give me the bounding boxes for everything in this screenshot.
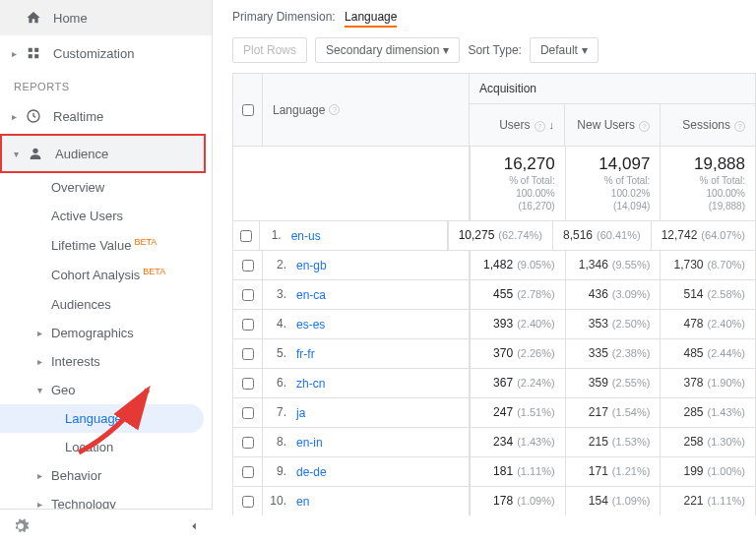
sub-location[interactable]: Location — [0, 433, 212, 461]
primary-dimension-value[interactable]: Language — [345, 10, 397, 28]
column-users[interactable]: Users?↓ — [470, 104, 564, 146]
cell-sessions: 285(1.43%) — [660, 398, 755, 427]
cell-new-users: 359(2.55%) — [565, 369, 661, 397]
row-checkbox[interactable] — [242, 348, 254, 360]
language-link[interactable]: en-gb — [296, 259, 327, 272]
cell-users: 10,275(62.74%) — [448, 221, 552, 250]
caret-right-icon: ▸ — [37, 499, 51, 510]
row-checkbox[interactable] — [242, 407, 254, 419]
help-icon[interactable]: ? — [639, 121, 650, 132]
row-checkbox[interactable] — [242, 260, 254, 272]
cell-users: 393(2.40%) — [470, 310, 565, 338]
cell-new-users: 8,516(60.41%) — [552, 221, 651, 250]
language-link[interactable]: en-ca — [296, 288, 326, 302]
reports-header: REPORTS — [0, 71, 212, 98]
beta-badge: BETA — [134, 237, 157, 247]
table-row: 6.zh-cn367(2.24%)359(2.55%)378(1.90%) — [233, 368, 755, 397]
cell-new-users: 1,346(9.55%) — [565, 251, 661, 279]
row-checkbox-cell — [233, 251, 263, 279]
sub-active-users[interactable]: Active Users — [0, 202, 212, 230]
sub-interests[interactable]: ▸Interests — [0, 347, 212, 376]
language-link[interactable]: en-us — [291, 229, 321, 243]
cell-language: zh-cn — [290, 369, 470, 397]
cell-users: 234(1.43%) — [470, 428, 565, 456]
column-group-acquisition: Acquisition — [470, 74, 755, 104]
language-link[interactable]: en-in — [296, 436, 323, 450]
row-index: 9. — [263, 457, 290, 486]
row-checkbox[interactable] — [242, 319, 254, 331]
gear-icon[interactable] — [12, 517, 30, 535]
row-checkbox[interactable] — [242, 496, 254, 508]
home-icon — [24, 8, 43, 28]
chevron-down-icon: ▾ — [443, 43, 449, 57]
cell-new-users: 171(1.21%) — [565, 457, 661, 486]
sub-audiences[interactable]: Audiences — [0, 290, 212, 319]
cell-language: de-de — [290, 457, 470, 486]
language-link[interactable]: de-de — [296, 465, 327, 479]
cell-users: 455(2.78%) — [470, 280, 565, 309]
row-checkbox[interactable] — [242, 437, 254, 449]
row-index: 5. — [263, 339, 290, 368]
cell-sessions: 485(2.44%) — [660, 339, 755, 368]
plot-rows-button[interactable]: Plot Rows — [232, 37, 307, 63]
language-link[interactable]: es-es — [296, 318, 325, 332]
table-row: 10.en178(1.09%)154(1.09%)221(1.11%) — [233, 486, 755, 515]
sub-geo[interactable]: ▾Geo — [0, 376, 212, 404]
row-checkbox[interactable] — [242, 378, 254, 390]
nav-realtime[interactable]: ▸ Realtime — [0, 98, 212, 134]
row-checkbox[interactable] — [240, 230, 252, 242]
row-checkbox[interactable] — [242, 289, 254, 301]
nav-customization[interactable]: ▸ Customization — [0, 35, 212, 71]
cell-language: en-in — [290, 428, 470, 456]
column-sessions[interactable]: Sessions? — [660, 104, 755, 146]
help-icon[interactable]: ? — [535, 121, 545, 132]
row-index: 2. — [263, 251, 290, 279]
column-language[interactable]: Language? — [263, 74, 470, 146]
column-new-users[interactable]: New Users? — [564, 104, 660, 146]
sub-overview[interactable]: Overview — [0, 173, 212, 202]
language-link[interactable]: en — [296, 495, 309, 509]
nav-home[interactable]: Home — [0, 0, 212, 35]
cell-users: 1,482(9.05%) — [470, 251, 565, 279]
cell-sessions: 514(2.58%) — [660, 280, 755, 309]
language-link[interactable]: zh-cn — [296, 377, 325, 391]
svg-rect-0 — [29, 48, 32, 52]
cell-sessions: 378(1.90%) — [660, 369, 755, 397]
table-row: 7.ja247(1.51%)217(1.54%)285(1.43%) — [233, 397, 755, 427]
row-checkbox[interactable] — [242, 466, 254, 478]
sub-cohort[interactable]: Cohort AnalysisBETA — [0, 260, 212, 289]
beta-badge: BETA — [143, 267, 165, 276]
caret-down-icon: ▾ — [37, 385, 51, 395]
row-checkbox-cell — [233, 457, 263, 486]
cell-language: en-us — [285, 221, 448, 250]
cell-language: en-gb — [290, 251, 470, 279]
sub-lifetime-value[interactable]: Lifetime ValueBETA — [0, 230, 212, 260]
select-all-checkbox[interactable] — [242, 104, 254, 116]
nav-audience[interactable]: ▾ Audience — [2, 136, 204, 171]
svg-rect-1 — [34, 48, 38, 52]
cell-language: en-ca — [290, 280, 470, 309]
caret-down-icon: ▾ — [14, 149, 26, 159]
row-index: 10. — [263, 487, 290, 515]
help-icon[interactable]: ? — [329, 104, 340, 115]
row-checkbox-cell — [233, 339, 263, 368]
row-checkbox-cell — [233, 221, 260, 250]
language-link[interactable]: ja — [296, 406, 305, 420]
sub-language[interactable]: Language — [0, 404, 204, 433]
sort-type-dropdown[interactable]: Default▾ — [530, 37, 598, 63]
cell-language: ja — [290, 398, 470, 427]
row-index: 6. — [263, 369, 290, 397]
cell-users: 178(1.09%) — [470, 487, 565, 515]
sub-behavior[interactable]: ▸Behavior — [0, 461, 212, 490]
secondary-dimension-dropdown[interactable]: Secondary dimension▾ — [315, 37, 460, 63]
customization-icon — [24, 43, 43, 63]
collapse-icon[interactable] — [187, 519, 201, 533]
language-link[interactable]: fr-fr — [296, 347, 315, 361]
data-table: Language? Acquisition Users?↓ New Users?… — [232, 73, 756, 515]
person-icon — [26, 144, 45, 163]
help-icon[interactable]: ? — [734, 121, 745, 132]
table-row: 3.en-ca455(2.78%)436(3.09%)514(2.58%) — [233, 279, 755, 309]
cell-language: fr-fr — [290, 339, 470, 368]
row-checkbox-cell — [233, 487, 263, 515]
sub-demographics[interactable]: ▸Demographics — [0, 319, 212, 347]
